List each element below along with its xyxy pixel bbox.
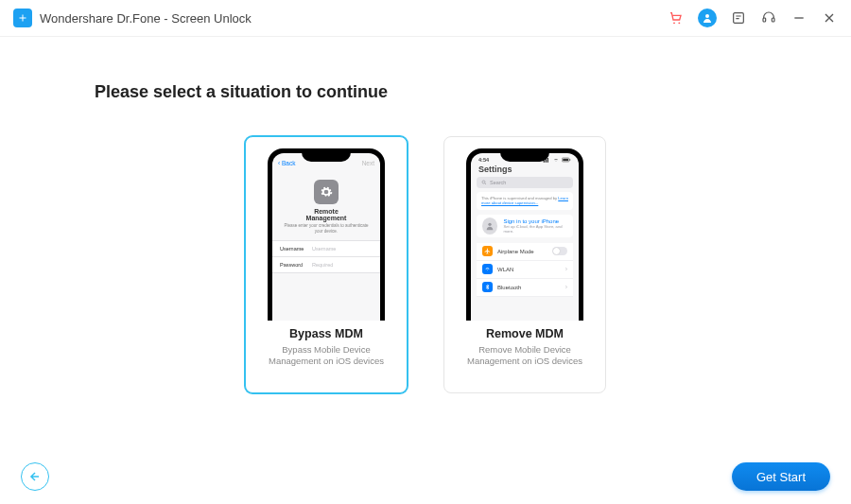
remove-phone-mockup: 4:54 Settings Search This iPhone is su [466, 148, 583, 321]
bypass-card-desc: Bypass Mobile Device Management on iOS d… [253, 344, 399, 368]
screen-back-label: ‹ Back [278, 160, 295, 166]
remove-card-desc: Remove Mobile Device Management on iOS d… [452, 344, 598, 368]
close-icon[interactable] [821, 9, 838, 26]
remote-mgmt-title-1: Remote [272, 208, 380, 215]
settings-row-airplane: Airplane Mode [477, 243, 573, 261]
bypass-phone-mockup: ‹ Back Next Remote Management Please ent… [268, 148, 385, 321]
bypass-mdm-card[interactable]: ‹ Back Next Remote Management Please ent… [245, 136, 408, 393]
svg-point-2 [705, 14, 709, 18]
screen-next-label: Next [362, 160, 374, 166]
svg-rect-7 [563, 159, 568, 162]
svg-point-1 [678, 22, 680, 24]
remove-mdm-card[interactable]: 4:54 Settings Search This iPhone is su [443, 136, 606, 393]
remote-mgmt-title-2: Management [272, 215, 380, 221]
svg-rect-3 [734, 13, 744, 24]
get-start-button[interactable]: Get Start [732, 462, 830, 491]
svg-point-10 [489, 223, 492, 226]
settings-row-bluetooth: Bluetooth › [477, 279, 573, 297]
cart-icon[interactable] [668, 9, 685, 26]
remove-card-title: Remove MDM [486, 327, 564, 340]
settings-row-wlan: WLAN › [477, 261, 573, 279]
status-time: 4:54 [478, 157, 489, 163]
page-heading: Please select a situation to continue [95, 82, 756, 102]
feedback-icon[interactable] [730, 9, 747, 26]
toggle-icon [552, 247, 567, 255]
svg-rect-5 [772, 18, 774, 22]
svg-point-0 [673, 22, 675, 24]
gear-icon [314, 180, 339, 204]
signin-row: Sign in to your iPhone Set up iCloud, th… [477, 215, 573, 237]
svg-point-9 [482, 181, 485, 183]
password-field: Password Required [272, 256, 380, 273]
user-icon[interactable] [698, 9, 717, 27]
footer: Get Start [0, 462, 851, 491]
remote-mgmt-sub: Please enter your credentials to authent… [272, 221, 380, 240]
settings-title: Settings [471, 163, 579, 177]
avatar-icon [482, 217, 497, 235]
title-bar: Wondershare Dr.Fone - Screen Unlock [0, 0, 851, 37]
chevron-right-icon: › [565, 266, 567, 272]
supervision-banner: This iPhone is supervised and managed by… [477, 192, 573, 210]
settings-search: Search [477, 177, 573, 188]
chevron-right-icon: › [565, 284, 567, 290]
window-title: Wondershare Dr.Fone - Screen Unlock [40, 11, 252, 26]
svg-rect-8 [569, 159, 570, 161]
minimize-icon[interactable] [790, 9, 808, 26]
username-field: Username Username [272, 240, 380, 256]
app-logo [13, 9, 32, 27]
bypass-card-title: Bypass MDM [289, 327, 363, 340]
support-icon[interactable] [760, 9, 777, 26]
option-cards: ‹ Back Next Remote Management Please ent… [95, 136, 756, 393]
back-button[interactable] [21, 462, 49, 491]
svg-rect-4 [763, 18, 766, 22]
